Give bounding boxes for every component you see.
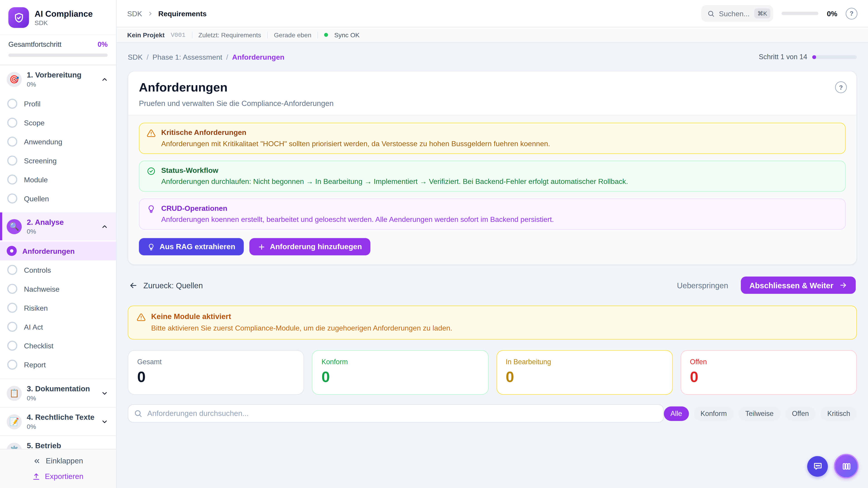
sidebar-section-vorbereitung: 🎯 1. Vorbereitung 0% Profil Scope Anwend… [0,65,116,213]
filter-chip-offen[interactable]: Offen [785,406,815,421]
section-header-dokumentation[interactable]: 📋 3. Dokumentation 0% [0,379,116,407]
sidebar-item-label: Anwendung [24,137,62,146]
sidebar-item-scope[interactable]: Scope [0,113,116,132]
finish-and-next-button[interactable]: Abschliessen & Weiter [741,276,856,294]
stats-row: Gesamt 0 Konform 0 In Bearbeitung 0 Offe… [128,350,857,395]
board-view-fab-button[interactable] [834,454,859,479]
breadcrumb-sdk[interactable]: SDK [128,53,143,61]
sidebar-item-ai-act[interactable]: AI Act [0,317,116,336]
filter-chip-teilweise[interactable]: Teilweise [739,406,780,421]
collapse-sidebar-button[interactable]: Einklappen [33,457,83,465]
section-header-analyse[interactable]: 🔍 2. Analyse 0% [0,213,116,240]
card-actions: Aus RAG extrahieren Anforderung hinzufue… [139,238,846,256]
export-button[interactable]: Exportieren [33,472,84,481]
sidebar-item-label: Nachweise [24,285,59,293]
sidebar-footer: Einklappen Exportieren [0,449,116,488]
warning-triangle-icon [147,129,156,148]
sync-status-dot [324,33,328,37]
extract-from-rag-button[interactable]: Aus RAG extrahieren [139,238,244,256]
section-title: 5. Betrieb [27,442,96,449]
skip-button[interactable]: Ueberspringen [677,281,728,290]
section-header-rechtliche-texte[interactable]: 📝 4. Rechtliche Texte 0% [0,408,116,435]
search-icon [707,10,715,17]
global-search-button[interactable]: Suchen... ⌘K [701,5,773,22]
floating-buttons [807,454,859,479]
back-button[interactable]: Zurueck: Quellen [129,281,203,290]
sidebar-item-controls[interactable]: Controls [0,260,116,280]
chat-bubble-icon [812,461,822,471]
sidebar-item-screening[interactable]: Screening [0,151,116,170]
filter-chips: Alle Konform Teilweise Offen Kritisch [664,406,857,421]
sync-status-label: Sync OK [334,31,360,38]
add-requirement-button[interactable]: Anforderung hinzufuegen [249,238,370,256]
card-help-icon[interactable]: ? [835,81,847,93]
topbar: SDK Requirements Suchen... ⌘K 0% ? [117,0,868,27]
wizard-navigation: Zurueck: Quellen Ueberspringen Abschlies… [128,276,857,294]
stat-label: Konform [321,358,479,366]
sidebar-item-label: Report [24,360,46,369]
plus-icon [258,243,266,251]
radio-icon [7,265,17,275]
search-icon [134,409,142,418]
sidebar-item-label: Anforderungen [22,247,75,255]
section-header-vorbereitung[interactable]: 🎯 1. Vorbereitung 0% [0,65,116,93]
chat-fab-button[interactable] [807,456,828,477]
section-pct: 0% [27,423,96,430]
alert-title: Status-Workflow [161,166,628,174]
step-progress-bar [812,55,857,59]
app-subtitle: SDK [35,20,93,26]
breadcrumb-root[interactable]: SDK [127,9,142,18]
warning-title: Keine Module aktiviert [151,312,452,321]
alert-body: Anforderungen mit Kritikalitaet "HOCH" s… [161,139,550,149]
sidebar-item-profil[interactable]: Profil [0,94,116,113]
filter-chip-alle[interactable]: Alle [664,406,689,421]
requirements-search [128,404,664,422]
sidebar-item-risiken[interactable]: Risiken [0,298,116,317]
next-label: Abschliessen & Weiter [749,281,833,290]
chevron-up-icon [101,223,108,230]
content-area: SDK / Phase 1: Assessment / Anforderunge… [117,43,868,488]
sidebar-item-anforderungen[interactable]: Anforderungen [0,241,116,260]
section-pct: 0% [27,395,96,401]
sidebar-item-nachweise[interactable]: Nachweise [0,279,116,298]
radio-icon [7,99,17,109]
breadcrumb-current-page: Anforderungen [232,53,285,61]
magnifier-icon: 🔍 [7,219,22,234]
project-name: Kein Projekt [127,31,165,38]
page-title: Anforderungen [139,80,846,95]
sidebar-item-module[interactable]: Module [0,170,116,189]
filter-chip-konform[interactable]: Konform [694,406,734,421]
sidebar-nav: 🎯 1. Vorbereitung 0% Profil Scope Anwend… [0,65,116,449]
sidebar-item-checklist[interactable]: Checklist [0,336,116,355]
columns-icon [842,461,851,471]
last-page-status: Zuletzt: Requirements [198,31,261,38]
memo-pencil-icon: 📝 [7,414,22,429]
sidebar-section-analyse: 🔍 2. Analyse 0% Anforderungen Controls N… [0,213,116,379]
requirements-search-input[interactable] [128,404,664,422]
filter-chip-kritisch[interactable]: Kritisch [820,406,857,421]
sidebar-item-label: Screening [24,156,57,165]
sidebar-item-report[interactable]: Report [0,355,116,374]
clipboard-icon: 📋 [7,386,22,401]
sidebar: AI Compliance SDK Gesamtfortschritt 0% 🎯… [0,0,117,488]
radio-icon [7,118,17,128]
search-shortcut-kbd: ⌘K [754,8,771,18]
divider [267,31,268,38]
search-placeholder-text: Suchen... [719,9,750,18]
overall-progress-bar [8,54,107,57]
chevron-down-icon [101,418,108,425]
breadcrumb-phase[interactable]: Phase 1: Assessment [153,53,222,61]
sidebar-item-label: Scope [24,119,44,127]
radio-icon [7,156,17,166]
help-icon[interactable]: ? [846,7,857,19]
sidebar-item-anwendung[interactable]: Anwendung [0,132,116,151]
chevron-down-icon [101,447,108,449]
section-header-betrieb[interactable]: ⚙️ 5. Betrieb 0% [0,436,116,449]
upload-icon [33,473,40,481]
section-title: 2. Analyse [27,218,96,227]
stat-value: 0 [690,368,847,385]
sidebar-item-quellen[interactable]: Quellen [0,189,116,208]
divider [192,31,192,38]
radio-icon [7,137,17,147]
button-label: Aus RAG extrahieren [160,242,235,251]
